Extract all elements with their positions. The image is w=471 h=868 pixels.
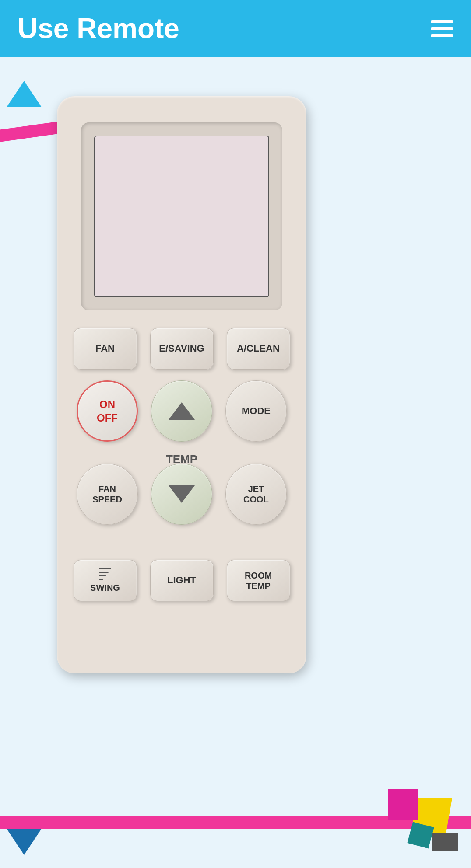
mode-button[interactable]: MODE — [225, 380, 287, 442]
esaving-button[interactable]: E/SAVING — [150, 328, 214, 370]
onoff-button[interactable]: ONOFF — [77, 380, 138, 442]
magenta-block — [388, 789, 418, 820]
lcd-screen-inner — [94, 136, 269, 297]
light-button[interactable]: LIGHT — [150, 560, 214, 601]
button-row-2: ONOFF MODE — [72, 380, 291, 442]
button-row-3: FANSPEED JETCOOL — [72, 464, 291, 525]
dark-block — [432, 833, 458, 851]
temp-label: TEMP — [166, 453, 197, 466]
arrow-up-icon — [169, 402, 195, 420]
fan-speed-button[interactable]: FANSPEED — [77, 464, 138, 525]
decorative-blocks — [379, 772, 467, 859]
menu-button[interactable] — [431, 20, 453, 37]
remote-control: FAN E/SAVING A/CLEAN ONOFF MODE TEMP FAN… — [57, 96, 306, 673]
swing-button[interactable]: SWING — [74, 560, 137, 601]
hamburger-line-1 — [431, 20, 453, 23]
header: Use Remote — [0, 0, 471, 57]
temp-down-button[interactable] — [151, 464, 212, 525]
arrow-down-icon — [169, 485, 195, 503]
jet-cool-button[interactable]: JETCOOL — [225, 464, 287, 525]
triangle-up-icon — [7, 81, 42, 107]
button-row-4: SWING LIGHT ROOMTEMP — [72, 560, 291, 601]
button-row-1: FAN E/SAVING A/CLEAN — [72, 328, 291, 370]
aclean-button[interactable]: A/CLEAN — [227, 328, 290, 370]
room-temp-button[interactable]: ROOMTEMP — [227, 560, 290, 601]
lcd-screen-outer — [81, 122, 282, 310]
page-title: Use Remote — [18, 12, 179, 45]
triangle-down-icon — [7, 829, 42, 855]
temp-up-button[interactable] — [151, 380, 212, 442]
fan-button[interactable]: FAN — [74, 328, 137, 370]
swing-icon — [99, 568, 111, 580]
hamburger-line-3 — [431, 34, 453, 37]
hamburger-line-2 — [431, 27, 453, 30]
onoff-label: ONOFF — [97, 397, 118, 425]
